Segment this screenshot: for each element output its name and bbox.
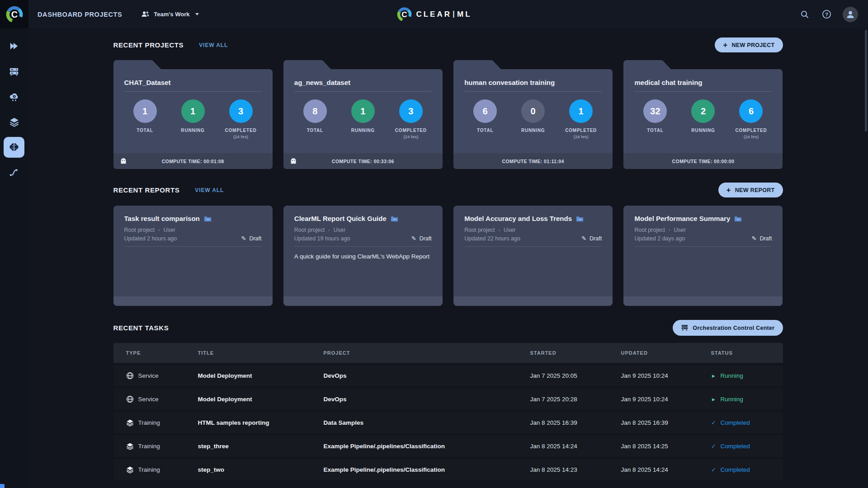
project-title: CHAT_Dataset xyxy=(113,69,273,86)
projects-view-all-link[interactable]: VIEW ALL xyxy=(199,42,228,48)
table-row[interactable]: Training step_two Example Pipeline/.pipe… xyxy=(113,459,783,480)
task-type-label: Training xyxy=(138,443,160,450)
projects-section-header: RECENT PROJECTS VIEW ALL NEW PROJECT xyxy=(113,38,783,52)
dot-separator xyxy=(328,227,330,233)
col-header-type: TYPE xyxy=(126,350,198,356)
report-updated: Updated 2 hours ago xyxy=(124,235,177,242)
project-card[interactable]: CHAT_Dataset 1 TOTAL 1 RUNNING 3 COMPLET… xyxy=(113,60,273,169)
divider xyxy=(464,246,602,247)
new-project-button[interactable]: NEW PROJECT xyxy=(715,38,783,52)
clearml-logo[interactable]: C xyxy=(0,0,28,28)
topbar-actions: ? xyxy=(799,0,858,28)
double-play-icon xyxy=(9,42,19,51)
search-button[interactable] xyxy=(799,9,810,20)
new-report-button[interactable]: NEW REPORT xyxy=(718,183,783,197)
total-stat: 6 TOTAL xyxy=(461,99,509,139)
task-type-cell: Training xyxy=(126,466,198,474)
total-label: TOTAL xyxy=(647,128,663,133)
compute-time: COMPUTE TIME: 00:01:08 xyxy=(113,159,273,164)
table-row[interactable]: Training HTML samples reporting Data Sam… xyxy=(113,412,783,433)
logo-divider xyxy=(453,11,454,18)
running-label: RUNNING xyxy=(521,128,545,133)
completed-label: COMPLETED xyxy=(565,128,597,133)
task-title: Model Deployment xyxy=(198,372,324,379)
orchestration-control-center-button[interactable]: Orchestration Control Center xyxy=(673,320,783,336)
report-status-badge: Draft xyxy=(241,235,262,242)
logo-text-left: CLEAR xyxy=(416,10,452,19)
table-row[interactable]: Service Model Deployment DevOps Jan 7 20… xyxy=(113,389,783,410)
sidebar-item-models[interactable] xyxy=(4,137,24,158)
report-card[interactable]: Model Performance Summary Root project U… xyxy=(623,206,783,306)
table-row[interactable]: Service Model Deployment DevOps Jan 7 20… xyxy=(113,365,783,386)
workspace-selector[interactable]: Team's Work xyxy=(141,11,199,18)
project-title: medical chat training xyxy=(623,69,783,86)
report-card-footer xyxy=(283,296,443,306)
svg-text:C: C xyxy=(11,9,17,19)
col-header-title: TITLE xyxy=(198,350,324,356)
project-card[interactable]: ag_news_dataset 8 TOTAL 1 RUNNING 3 COMP… xyxy=(283,60,443,169)
completed-stat: 3 COMPLETED (24 hrs) xyxy=(387,99,435,139)
sidebar-item-datasets[interactable] xyxy=(4,112,24,132)
sidebar-item-workers-queues[interactable] xyxy=(4,61,24,82)
completed-stat: 3 COMPLETED (24 hrs) xyxy=(217,99,265,139)
clearml-wordmark: C CLEAR ML xyxy=(396,0,472,28)
report-card-footer xyxy=(113,296,273,306)
report-card[interactable]: Model Accuracy and Loss Trends Root proj… xyxy=(453,206,613,306)
divider xyxy=(124,246,262,247)
project-title: ag_news_dataset xyxy=(283,69,443,86)
report-author: User xyxy=(163,227,175,233)
status-icon xyxy=(711,443,717,450)
col-header-project: PROJECT xyxy=(324,350,530,356)
reports-view-all-link[interactable]: VIEW ALL xyxy=(195,187,224,193)
layers-icon xyxy=(126,419,134,427)
total-stat: 8 TOTAL xyxy=(291,99,339,139)
completed-note: (24 hrs) xyxy=(233,134,248,139)
total-count: 1 xyxy=(133,99,157,123)
total-label: TOTAL xyxy=(137,128,153,133)
running-label: RUNNING xyxy=(351,128,375,133)
task-type-label: Service xyxy=(138,396,159,403)
people-icon xyxy=(141,11,150,18)
recent-tasks-table: TYPE TITLE PROJECT STARTED UPDATED STATU… xyxy=(113,343,783,483)
report-project: Root project xyxy=(464,227,495,233)
projects-section-title: RECENT PROJECTS xyxy=(113,41,184,49)
sidebar-item-getting-started[interactable] xyxy=(4,36,24,56)
report-author: User xyxy=(504,227,515,233)
task-started: Jan 7 2025 20:28 xyxy=(530,396,621,403)
sidebar-item-applications[interactable] xyxy=(4,86,24,107)
reports-section-header: RECENT REPORTS VIEW ALL NEW REPORT xyxy=(113,183,783,197)
completed-note: (24 hrs) xyxy=(403,134,418,139)
report-author: User xyxy=(674,227,685,233)
project-card-footer: COMPUTE TIME: 00:00:00 xyxy=(623,153,783,169)
scrollbar-thumb[interactable] xyxy=(865,30,867,131)
report-updated: Updated 2 days ago xyxy=(634,235,685,242)
project-card[interactable]: human convesation training 6 TOTAL 0 RUN… xyxy=(453,60,613,169)
divider xyxy=(464,91,602,92)
running-count: 1 xyxy=(181,99,205,123)
divider xyxy=(294,91,432,92)
total-count: 8 xyxy=(303,99,327,123)
report-card[interactable]: Task result comparison Root project User… xyxy=(113,206,273,306)
task-project: Example Pipeline/.pipelines/Classificati… xyxy=(324,466,530,473)
task-started: Jan 8 2025 14:23 xyxy=(530,466,621,473)
sidebar-item-pipelines[interactable] xyxy=(4,162,24,183)
logo-text-right: ML xyxy=(457,10,472,19)
project-card[interactable]: medical chat training 32 TOTAL 2 RUNNING… xyxy=(623,60,783,169)
total-label: TOTAL xyxy=(307,128,323,133)
report-card[interactable]: ClearML Report Quick Guide Root project … xyxy=(283,206,443,306)
running-stat: 1 RUNNING xyxy=(169,99,217,139)
layers-icon xyxy=(9,117,19,127)
dot-separator xyxy=(499,227,500,233)
status-icon xyxy=(711,466,717,473)
help-button[interactable]: ? xyxy=(821,9,832,20)
report-title: ClearML Report Quick Guide xyxy=(294,215,387,222)
task-title: step_two xyxy=(198,466,324,473)
brain-icon xyxy=(9,142,19,152)
table-row[interactable]: Training step_three Example Pipeline/.pi… xyxy=(113,436,783,457)
folder-tab xyxy=(623,60,662,70)
task-status: Running xyxy=(711,372,783,379)
task-updated: Jan 8 2025 14:25 xyxy=(621,443,711,450)
col-header-status: STATUS xyxy=(711,350,783,356)
divider xyxy=(124,91,262,92)
user-avatar[interactable] xyxy=(843,7,858,22)
